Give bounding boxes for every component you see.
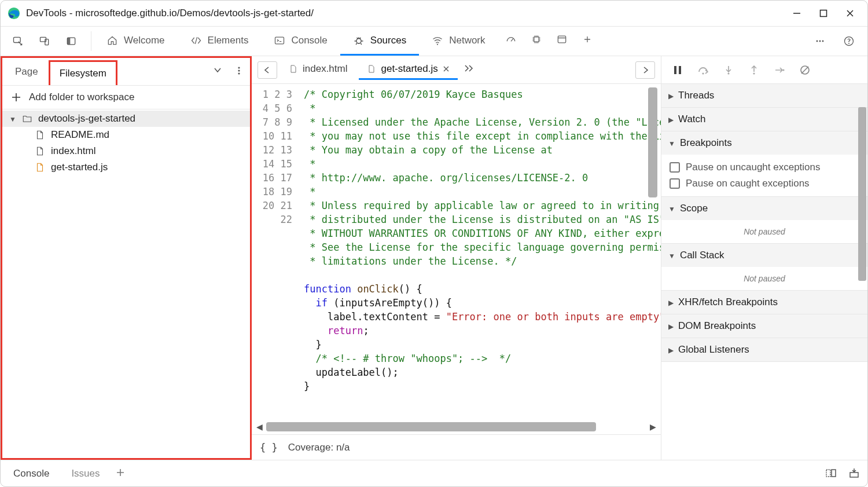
- section-global-listeners[interactable]: Global Listeners: [661, 338, 867, 362]
- panel-layout-icon: [825, 468, 837, 479]
- drawer-collapse[interactable]: [844, 461, 864, 486]
- more-tabs-button[interactable]: [461, 57, 479, 83]
- navigator-panel: Page Filesystem Add folder to workspace …: [1, 56, 252, 460]
- tab-application[interactable]: [549, 27, 575, 52]
- tab-welcome[interactable]: Welcome: [94, 27, 178, 56]
- tab-performance[interactable]: [498, 27, 524, 52]
- navigator-tab-page[interactable]: Page: [6, 60, 47, 83]
- tab-network[interactable]: Network: [419, 27, 498, 56]
- drawer-tab-console[interactable]: Console: [4, 463, 58, 484]
- scroll-left-icon[interactable]: ◀: [256, 422, 263, 431]
- tree-file-label: get-started.js: [51, 162, 108, 173]
- disclosure-triangle-down-icon: [668, 250, 675, 261]
- svg-rect-2: [821, 10, 827, 17]
- editor-vscrollbar[interactable]: [648, 87, 657, 362]
- svg-point-23: [238, 69, 240, 71]
- section-callstack-label: Call Stack: [680, 250, 724, 261]
- section-threads[interactable]: Threads: [661, 84, 867, 108]
- svg-point-27: [702, 72, 704, 74]
- pretty-print-button[interactable]: { }: [260, 442, 278, 453]
- scroll-right-icon[interactable]: ▶: [650, 422, 656, 431]
- navigator-tab-filesystem[interactable]: Filesystem: [49, 60, 117, 85]
- step-over-button[interactable]: [693, 61, 713, 79]
- drawer-add-tab[interactable]: [113, 461, 130, 486]
- section-scope: Scope Not paused: [661, 197, 867, 244]
- svg-point-11: [356, 38, 361, 43]
- svg-rect-15: [558, 36, 565, 43]
- tree-folder-root[interactable]: devtools-js-get-started: [2, 111, 250, 127]
- tree-file-getstarted[interactable]: get-started.js: [2, 159, 250, 175]
- svg-point-30: [782, 69, 784, 71]
- step-into-button[interactable]: [718, 61, 739, 79]
- tab-elements[interactable]: Elements: [178, 27, 262, 56]
- code-area[interactable]: /* Copyright 06/07/2019 Kayce Basques * …: [300, 84, 661, 419]
- tree-file-index[interactable]: index.html: [2, 143, 250, 159]
- window-minimize-button[interactable]: [786, 5, 807, 21]
- window-titlebar: DevTools - microsoftedge.github.io/Demos…: [1, 1, 867, 26]
- section-callstack-header[interactable]: Call Stack: [661, 244, 867, 267]
- pause-caught-checkbox[interactable]: Pause on caught exceptions: [670, 175, 859, 192]
- inspect-element-button[interactable]: [5, 28, 31, 54]
- pause-icon: [672, 65, 683, 75]
- close-icon[interactable]: [443, 65, 450, 72]
- nav-forward-button[interactable]: [635, 61, 655, 79]
- disclosure-triangle-down-icon: [9, 113, 16, 125]
- section-scope-header[interactable]: Scope: [661, 197, 867, 220]
- deactivate-breakpoints-button[interactable]: [795, 61, 815, 79]
- app-window-icon: [556, 34, 568, 45]
- debugger-toolbar: [661, 56, 867, 84]
- nav-back-button[interactable]: [258, 61, 277, 79]
- disclosure-triangle-right-icon: [668, 113, 674, 125]
- home-icon: [106, 35, 118, 46]
- dock-side-button[interactable]: [58, 28, 84, 54]
- svg-line-13: [511, 38, 513, 41]
- tab-memory[interactable]: [524, 27, 549, 52]
- tab-sources[interactable]: Sources: [340, 27, 419, 56]
- tree-file-readme[interactable]: README.md: [2, 127, 250, 143]
- editor-tab-label: index.html: [303, 63, 347, 75]
- step-out-button[interactable]: [744, 61, 764, 79]
- navigator-more[interactable]: [230, 59, 250, 85]
- editor-hscrollbar[interactable]: ◀ ▶: [252, 419, 661, 434]
- arrow-right-boxed-icon: [641, 65, 650, 75]
- section-xhr-label: XHR/fetch Breakpoints: [678, 296, 778, 308]
- more-options-button[interactable]: [807, 28, 833, 54]
- step-button[interactable]: [769, 61, 790, 79]
- editor-tab-index[interactable]: index.html: [281, 60, 355, 80]
- help-button[interactable]: [836, 28, 862, 54]
- section-dom-label: DOM Breakpoints: [678, 320, 756, 332]
- file-icon: [35, 130, 45, 140]
- editor-tab-getstarted[interactable]: get-started.js: [359, 60, 457, 80]
- disclosure-triangle-right-icon: [668, 320, 674, 332]
- section-watch[interactable]: Watch: [661, 108, 867, 131]
- svg-point-29: [753, 72, 755, 74]
- svg-rect-26: [679, 66, 681, 74]
- pause-button[interactable]: [667, 61, 688, 79]
- editor-tabs: index.html get-started.js: [252, 56, 661, 84]
- network-wifi-icon: [432, 35, 443, 46]
- window-close-button[interactable]: [840, 5, 860, 21]
- add-folder-to-workspace[interactable]: Add folder to workspace: [2, 86, 250, 109]
- navigator-dropdown[interactable]: [209, 59, 229, 85]
- svg-point-12: [437, 43, 438, 45]
- tab-console[interactable]: Console: [261, 27, 340, 56]
- checkbox-icon: [670, 162, 680, 173]
- tab-add[interactable]: [575, 27, 600, 52]
- drawer-tab-issues[interactable]: Issues: [62, 463, 109, 484]
- scope-not-paused: Not paused: [661, 220, 867, 243]
- section-xhr-breakpoints[interactable]: XHR/fetch Breakpoints: [661, 291, 867, 314]
- debugger-vscrollbar[interactable]: [858, 84, 866, 460]
- window-maximize-button[interactable]: [813, 5, 834, 21]
- device-emulation-button[interactable]: [32, 28, 57, 54]
- section-dom-breakpoints[interactable]: DOM Breakpoints: [661, 314, 867, 338]
- svg-point-24: [238, 72, 240, 74]
- drawer-toggle-orientation[interactable]: [821, 461, 841, 486]
- pause-uncaught-checkbox[interactable]: Pause on uncaught exceptions: [670, 159, 859, 175]
- code-editor[interactable]: 1 2 3 4 5 6 7 8 9 10 11 12 13 14 15 16 1…: [252, 84, 661, 419]
- section-breakpoints-header[interactable]: Breakpoints: [661, 131, 867, 155]
- add-folder-label: Add folder to workspace: [29, 91, 134, 103]
- ellipsis-icon: [814, 35, 826, 47]
- disclosure-triangle-down-icon: [668, 203, 675, 214]
- plus-icon: [116, 468, 127, 479]
- sources-bug-icon: [353, 35, 365, 46]
